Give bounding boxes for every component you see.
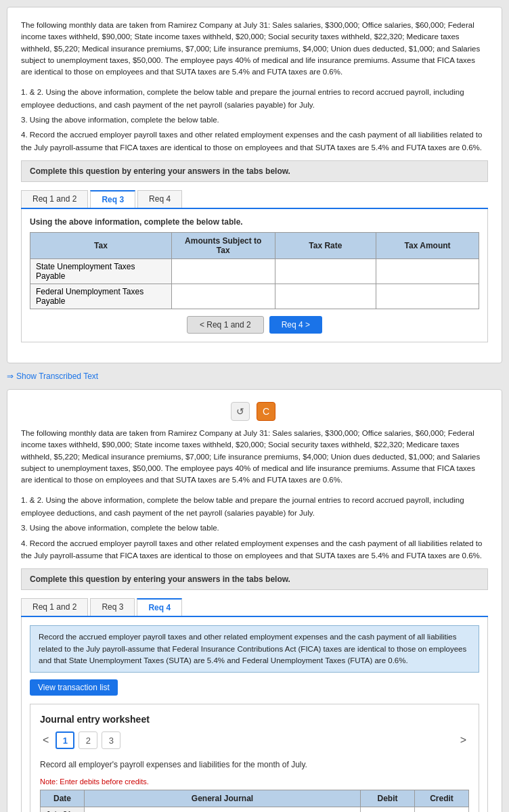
undo-btn[interactable]: ↺ <box>231 402 250 421</box>
nav-buttons-1: < Req 1 and 2 Req 4 > <box>30 316 479 334</box>
journal-debit-input[interactable] <box>361 807 414 812</box>
instructions-2: 1. & 2. Using the above information, com… <box>21 494 488 562</box>
card-1: The following monthly data are taken fro… <box>7 7 502 363</box>
page-nav: < 1 2 3 > <box>40 731 469 749</box>
tab-req1and2[interactable]: Req 1 and 2 <box>21 190 88 208</box>
show-transcribed-label: Show Transcribed Text <box>16 371 98 381</box>
state-amount-input-cell[interactable] <box>376 259 479 284</box>
c-btn[interactable]: C <box>257 402 275 421</box>
table-row: State Unemployment Taxes Payable <box>30 259 479 284</box>
journal-table: Date General Journal Debit Credit July 3… <box>40 790 469 812</box>
journal-date-cell: July 31 <box>41 807 85 812</box>
record-desc: Record all employer's payroll expenses a… <box>40 757 469 772</box>
col-taxrate: Tax Rate <box>275 233 376 259</box>
col-general-journal: General Journal <box>85 790 361 807</box>
federal-rate-input-cell[interactable] <box>275 284 376 309</box>
journal-credit-cell[interactable] <box>415 807 469 812</box>
federal-rate-input[interactable] <box>275 284 376 309</box>
federal-amounts-input[interactable] <box>172 284 275 309</box>
tabs-1: Req 1 and 2 Req 3 Req 4 <box>21 190 488 209</box>
federal-amount-input[interactable] <box>376 284 479 309</box>
journal-table-row: July 31 <box>41 807 469 812</box>
federal-amounts-input-cell[interactable] <box>171 284 275 309</box>
tab-content-2: Record the accrued employer payroll taxe… <box>21 617 488 812</box>
state-amounts-input[interactable] <box>172 259 275 284</box>
prev-btn-1[interactable]: < Req 1 and 2 <box>187 316 264 334</box>
journal-gj-cell[interactable] <box>85 807 361 812</box>
tab-content-1: Using the above information, complete th… <box>21 209 488 342</box>
federal-unemployment-label: Federal Unemployment Taxes Payable <box>30 284 172 309</box>
table-row: Federal Unemployment Taxes Payable <box>30 284 479 309</box>
info-banner: Record the accrued employer payroll taxe… <box>30 625 479 673</box>
journal-gj-input[interactable] <box>85 807 360 812</box>
tab-req4[interactable]: Req 4 <box>137 190 182 208</box>
tab-req3[interactable]: Req 3 <box>90 190 135 208</box>
tab2-req3[interactable]: Req 3 <box>90 598 135 616</box>
page-2[interactable]: 2 <box>79 731 97 749</box>
page-next-arrow[interactable]: > <box>458 734 469 746</box>
journal-title: Journal entry worksheet <box>40 714 469 725</box>
state-rate-input[interactable] <box>275 259 376 284</box>
state-unemployment-label: State Unemployment Taxes Payable <box>30 259 172 284</box>
note-text: Note: Enter debits before credits. <box>40 777 469 786</box>
tab-content-header-1: Using the above information, complete th… <box>30 217 479 227</box>
federal-amount-input-cell[interactable] <box>376 284 479 309</box>
state-amount-input[interactable] <box>376 259 479 284</box>
tab2-req4[interactable]: Req 4 <box>137 598 182 616</box>
toolbar-row: ↺ C <box>21 402 488 421</box>
col-taxamount: Tax Amount <box>376 233 479 259</box>
col-tax: Tax <box>30 233 172 259</box>
view-transaction-btn[interactable]: View transaction list <box>30 679 118 696</box>
unemployment-table: Tax Amounts Subject to Tax Tax Rate Tax … <box>30 232 479 309</box>
journal-worksheet: Journal entry worksheet < 1 2 3 > Record… <box>30 704 479 812</box>
complete-banner-1: Complete this question by entering your … <box>21 160 488 182</box>
tabs-2: Req 1 and 2 Req 3 Req 4 <box>21 598 488 617</box>
problem-text-2: The following monthly data are taken fro… <box>21 428 488 486</box>
journal-credit-input[interactable] <box>415 807 468 812</box>
page-prev-arrow[interactable]: < <box>40 734 51 746</box>
problem-text-1: The following monthly data are taken fro… <box>21 20 488 78</box>
tab2-req1and2[interactable]: Req 1 and 2 <box>21 598 88 616</box>
complete-banner-2: Complete this question by entering your … <box>21 568 488 590</box>
show-transcribed-link[interactable]: ⇒ Show Transcribed Text <box>7 371 502 381</box>
col-debit: Debit <box>361 790 415 807</box>
chat-icon: ⇒ <box>7 371 14 381</box>
col-credit: Credit <box>415 790 469 807</box>
state-rate-input-cell[interactable] <box>275 259 376 284</box>
next-btn-1[interactable]: Req 4 > <box>269 316 322 334</box>
page-1[interactable]: 1 <box>56 731 74 749</box>
col-amounts: Amounts Subject to Tax <box>171 233 275 259</box>
instructions-1: 1. & 2. Using the above information, com… <box>21 86 488 154</box>
journal-debit-cell[interactable] <box>361 807 415 812</box>
col-date: Date <box>41 790 85 807</box>
state-amounts-input-cell[interactable] <box>171 259 275 284</box>
page-3[interactable]: 3 <box>102 731 120 749</box>
card-2: ↺ C The following monthly data are taken… <box>7 389 502 812</box>
